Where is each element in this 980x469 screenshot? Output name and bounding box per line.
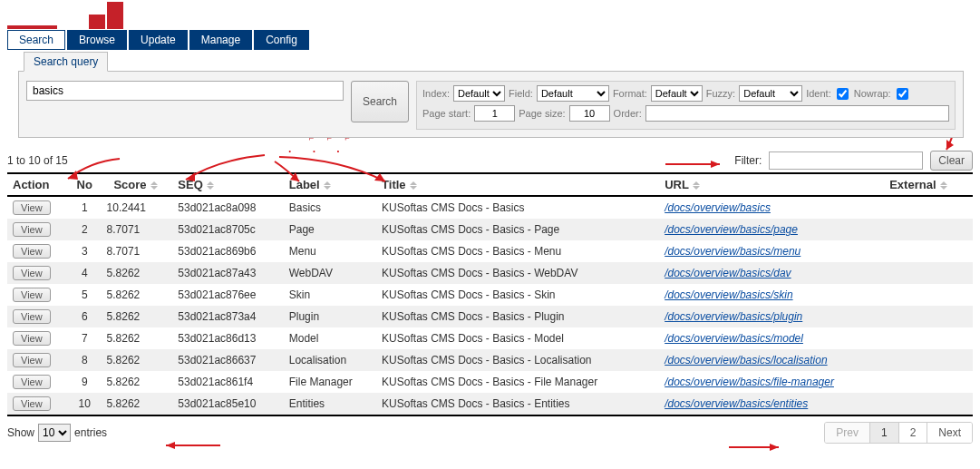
tab-manage[interactable]: Manage <box>189 30 252 50</box>
pager-next[interactable]: Next <box>927 423 972 443</box>
page-size-input[interactable] <box>569 105 610 122</box>
cell <box>884 262 973 284</box>
cell: View <box>7 327 68 349</box>
field-select[interactable]: Default <box>537 85 609 102</box>
cell: View <box>7 284 68 306</box>
cell <box>884 284 973 306</box>
col-title[interactable]: Title <box>376 173 659 196</box>
cell: /docs/overview/basics/model <box>659 327 884 349</box>
main-nav: SearchBrowseUpdateManageConfig <box>7 30 973 50</box>
clear-button[interactable]: Clear <box>930 151 973 171</box>
view-button[interactable]: View <box>13 396 51 411</box>
cell: /docs/overview/basics/skin <box>659 284 884 306</box>
table-row: View110.244153d021ac8a098BasicsKUSoftas … <box>7 196 973 219</box>
col-score[interactable]: Score <box>102 173 173 196</box>
view-button[interactable]: View <box>13 331 51 346</box>
cell: 53d021ac87a43 <box>172 262 283 284</box>
url-link[interactable]: /docs/overview/basics/dav <box>665 267 791 279</box>
fuzzy-select[interactable]: Default <box>739 85 802 102</box>
url-link[interactable]: /docs/overview/basics/menu <box>665 245 800 258</box>
cell: 53d021ac86d13 <box>172 327 283 349</box>
entries-select[interactable]: 10 <box>38 424 71 442</box>
search-options: Index: Default Field: Default Format: De… <box>416 81 956 130</box>
tab-search[interactable]: Search <box>7 30 65 50</box>
view-button[interactable]: View <box>13 309 51 324</box>
cell: 5.8262 <box>102 371 173 393</box>
ident-checkbox[interactable] <box>837 88 849 100</box>
view-button[interactable]: View <box>13 222 51 237</box>
sort-icon[interactable] <box>150 181 160 190</box>
cell: /docs/overview/basics/page <box>659 219 884 240</box>
cell: 5.8262 <box>102 393 173 415</box>
search-query-input[interactable] <box>26 81 344 101</box>
sort-icon[interactable] <box>207 181 217 190</box>
cell <box>884 393 973 415</box>
show-prefix: Show <box>7 426 34 439</box>
index-label: Index: <box>422 88 450 99</box>
cell <box>884 306 973 327</box>
search-button[interactable]: Search <box>351 81 409 122</box>
cell: 5.8262 <box>102 349 173 371</box>
table-row: View45.826253d021ac87a43WebDAVKUSoftas C… <box>7 262 973 284</box>
table-row: View75.826253d021ac86d13ModelKUSoftas CM… <box>7 327 973 349</box>
panel-title: Search query <box>24 52 108 72</box>
cell: View <box>7 349 68 371</box>
order-input[interactable] <box>645 105 949 122</box>
url-link[interactable]: /docs/overview/basics/file-manager <box>665 376 834 388</box>
cell: /docs/overview/basics/dav <box>659 262 884 284</box>
nowrap-checkbox[interactable] <box>897 88 908 100</box>
col-seq[interactable]: SEQ <box>172 173 283 196</box>
view-button[interactable]: View <box>13 288 51 302</box>
view-button[interactable]: View <box>13 353 51 367</box>
url-link[interactable]: /docs/overview/basics/plugin <box>665 310 802 323</box>
show-suffix: entries <box>74 426 107 439</box>
cell: /docs/overview/basics/file-manager <box>659 371 884 393</box>
table-row: View85.826253d021ac86637LocalisationKUSo… <box>7 349 973 371</box>
cell: 7 <box>68 327 102 349</box>
cell: 2 <box>68 219 102 240</box>
pager: Prev12Next <box>824 422 973 444</box>
cell: Plugin <box>284 306 376 327</box>
view-button[interactable]: View <box>13 375 51 389</box>
cell: /docs/overview/basics/entities <box>659 393 884 415</box>
page-start-label: Page start: <box>422 108 471 119</box>
col-external[interactable]: External <box>884 173 973 196</box>
tab-update[interactable]: Update <box>129 30 188 50</box>
sort-icon[interactable] <box>940 181 950 190</box>
tab-config[interactable]: Config <box>254 30 309 50</box>
page-start-input[interactable] <box>474 105 515 122</box>
index-select[interactable]: Default <box>453 85 505 102</box>
col-label[interactable]: Label <box>284 173 376 196</box>
url-link[interactable]: /docs/overview/basics <box>665 201 771 214</box>
tab-browse[interactable]: Browse <box>67 30 127 50</box>
format-select[interactable]: Default <box>651 85 703 102</box>
cell: /docs/overview/basics <box>659 196 884 219</box>
cell <box>884 219 973 240</box>
cell: 4 <box>68 262 102 284</box>
view-button[interactable]: View <box>13 200 51 215</box>
cell: 53d021ac869b6 <box>172 240 283 262</box>
url-link[interactable]: /docs/overview/basics/model <box>665 332 803 345</box>
view-button[interactable]: View <box>13 266 51 280</box>
cell: KUSoftas CMS Docs - Basics - Page <box>376 219 659 240</box>
search-panel: Search Index: Default Field: Default For… <box>18 71 964 138</box>
url-link[interactable]: /docs/overview/basics/entities <box>665 397 808 410</box>
filter-label: Filter: <box>734 154 762 167</box>
pager-page[interactable]: 1 <box>869 423 898 443</box>
url-link[interactable]: /docs/overview/basics/localisation <box>665 354 827 366</box>
sort-icon[interactable] <box>410 181 420 190</box>
view-button[interactable]: View <box>13 244 51 259</box>
pager-page[interactable]: 2 <box>898 423 927 443</box>
url-link[interactable]: /docs/overview/basics/skin <box>665 288 792 301</box>
cell: /docs/overview/basics/localisation <box>659 349 884 371</box>
filter-input[interactable] <box>769 151 923 170</box>
sort-icon[interactable] <box>693 181 703 190</box>
sort-icon[interactable] <box>324 181 334 190</box>
url-link[interactable]: /docs/overview/basics/page <box>665 223 798 236</box>
nowrap-label: Nowrap: <box>854 88 891 99</box>
col-url[interactable]: URL <box>659 173 884 196</box>
cell: Entities <box>284 393 376 415</box>
cell: 10 <box>68 393 102 415</box>
cell: 53d021ac876ee <box>172 284 283 306</box>
cell: KUSoftas CMS Docs - Basics - File Manage… <box>376 371 659 393</box>
